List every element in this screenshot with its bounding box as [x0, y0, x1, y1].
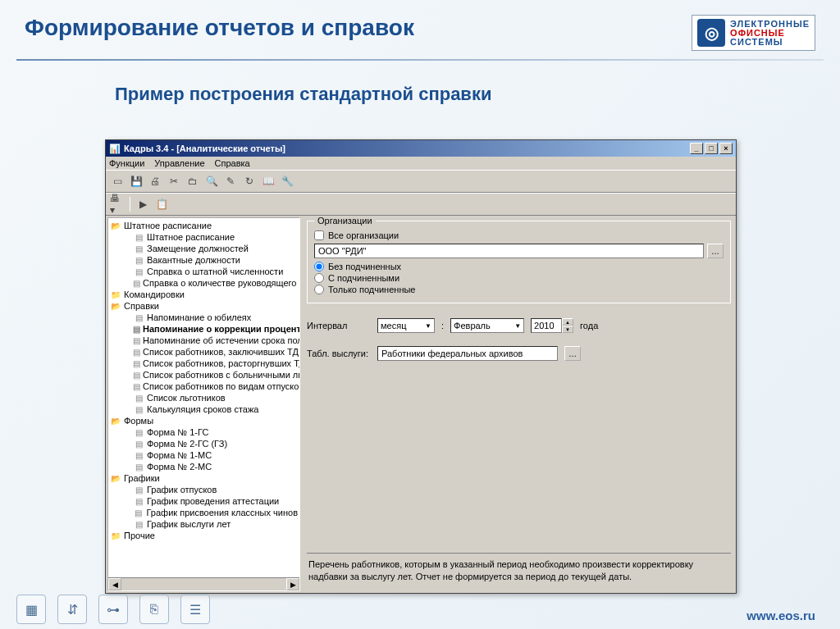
tb-cut-icon[interactable]: ✂ [166, 173, 182, 189]
radio-with-label: С подчиненными [328, 273, 399, 283]
radio-without-label: Без подчиненных [328, 262, 401, 271]
tb-edit-icon[interactable]: ✎ [222, 173, 239, 189]
tb-print-icon[interactable]: 🖨 [147, 173, 163, 189]
tb-run-icon[interactable]: ▶ [135, 196, 151, 212]
month-select[interactable]: Февраль▼ [450, 318, 524, 333]
close-button[interactable]: × [719, 143, 733, 154]
all-orgs-label: Все организации [328, 230, 399, 240]
radio-only-label: Только подчиненные [328, 285, 416, 294]
logo-icon: ◎ [697, 19, 725, 47]
tree-item[interactable]: ▤Форма № 1-МС [110, 449, 298, 461]
tree-item[interactable]: ▤Список работников с больничными листа [110, 369, 298, 381]
tb-card-icon[interactable]: ▭ [109, 173, 126, 189]
footer-icon-4: ⎘ [139, 595, 169, 624]
tree-folder-trips[interactable]: 📁Командировки [110, 289, 298, 300]
brand-logo: ◎ ЭЛЕКТРОННЫЕ ОФИСНЫЕ СИСТЕМЫ [692, 15, 815, 51]
tree-folder-refs[interactable]: 📂Справки [110, 300, 298, 312]
radio-only-sub[interactable] [314, 285, 324, 294]
report-description: Перечень работников, которым в указанный… [307, 553, 731, 588]
toolbar-secondary: 🖶 ▾ ▶ 📋 [106, 193, 736, 216]
logo-line3: СИСТЕМЫ [730, 38, 810, 47]
tree-item[interactable]: ▤Калькуляция сроков стажа [110, 403, 298, 415]
tree-item[interactable]: ▤Форма № 2-МС [110, 461, 298, 472]
tb-tool-icon[interactable]: 🔧 [279, 173, 295, 189]
menu-manage[interactable]: Управление [154, 158, 204, 168]
footer-url: www.eos.ru [746, 608, 815, 622]
maximize-button[interactable]: □ [705, 143, 718, 154]
menubar: Функции Управление Справка [106, 157, 736, 170]
toolbar-separator [130, 197, 130, 212]
menu-functions[interactable]: Функции [109, 158, 144, 168]
tree-item[interactable]: ▤График проведения аттестации [110, 495, 298, 507]
spin-up-icon[interactable]: ▲ [562, 318, 573, 326]
year-spinner[interactable]: 2010 ▲▼ [531, 318, 573, 333]
app-window: 📊 Кадры 3.4 - [Аналитические отчеты] _ □… [105, 139, 737, 594]
logo-line1: ЭЛЕКТРОННЫЕ [730, 20, 810, 29]
footer-icon-2: ⇵ [57, 595, 87, 624]
tree-item[interactable]: ▤Справка о количестве руководящего сос [110, 277, 298, 289]
slide-subtitle: Пример построения стандартной справки [115, 84, 840, 105]
tree-folder-forms[interactable]: 📂Формы [110, 415, 298, 426]
all-orgs-checkbox[interactable] [314, 230, 324, 240]
tree-item[interactable]: ▤Штатное расписание [110, 231, 298, 243]
organizations-group: Организации Все организации ООО "РДИ" … … [307, 221, 731, 303]
slide-title: Формирование отчетов и справок [25, 15, 414, 41]
group-title: Организации [314, 216, 376, 226]
interval-label: Интервал [307, 321, 371, 330]
minimize-button[interactable]: _ [690, 143, 703, 154]
tree-item[interactable]: ▤Замещение должностей [110, 243, 298, 254]
tb-book-icon[interactable]: 📖 [260, 173, 276, 189]
tree-item[interactable]: ▤Список льготников [110, 392, 298, 403]
footer-icon-5: ☰ [180, 595, 210, 624]
tree-item[interactable]: ▤График присвоения классных чинов [110, 507, 298, 518]
tree-item[interactable]: ▤Напоминание об истечении срока полном [110, 335, 298, 346]
header-divider [16, 59, 824, 61]
footer-icon-3: ⊶ [98, 595, 128, 624]
spin-down-icon[interactable]: ▼ [562, 326, 573, 333]
tree-item[interactable]: ▤Напоминание о юбилеях [110, 312, 298, 323]
tree-item[interactable]: ▤Форма № 1-ГС [110, 426, 298, 438]
tb-printer-icon[interactable]: 🖶 ▾ [109, 196, 126, 212]
tree-folder-charts[interactable]: 📂Графики [110, 472, 298, 484]
tree-item-selected[interactable]: ▤Напоминание о коррекции процента [110, 323, 298, 335]
app-icon: 📊 [109, 144, 121, 154]
tree-item[interactable]: ▤График отпусков [110, 484, 298, 495]
colon: : [441, 321, 444, 330]
toolbar-main: ▭ 💾 🖨 ✂ 🗀 🔍 ✎ ↻ 📖 🔧 [106, 170, 736, 193]
tb-folder-icon[interactable]: 🗀 [185, 173, 201, 189]
tree-item[interactable]: ▤Справка о штатной численности [110, 266, 298, 277]
tree-item[interactable]: ▤Форма № 2-ГС (ГЗ) [110, 438, 298, 449]
parameters-panel: Организации Все организации ООО "РДИ" … … [302, 216, 736, 593]
footer-icons: ▦ ⇵ ⊶ ⎘ ☰ [16, 595, 210, 624]
tree-item[interactable]: ▤Список работников по видам отпусков [110, 381, 298, 392]
tb-save-icon[interactable]: 💾 [128, 173, 144, 189]
radio-without-sub[interactable] [314, 262, 324, 271]
tree-hscrollbar[interactable]: ◀ ▶ [108, 577, 299, 590]
scroll-right-icon[interactable]: ▶ [286, 578, 299, 590]
tb-copy-icon[interactable]: 📋 [153, 196, 170, 212]
tree-item[interactable]: ▤Вакантные должности [110, 254, 298, 266]
tree-item[interactable]: ▤График выслуги лет [110, 518, 298, 530]
window-title: Кадры 3.4 - [Аналитические отчеты] [124, 144, 285, 153]
menu-help[interactable]: Справка [215, 158, 250, 168]
logo-line2: ОФИСНЫЕ [730, 29, 810, 38]
table-label: Табл. выслуги: [307, 349, 371, 358]
titlebar[interactable]: 📊 Кадры 3.4 - [Аналитические отчеты] _ □… [106, 140, 736, 157]
year-suffix: года [580, 321, 598, 330]
tree-folder-other[interactable]: 📁Прочие [110, 530, 298, 541]
interval-unit-select[interactable]: месяц▼ [377, 318, 435, 333]
tb-refresh-icon[interactable]: ↻ [241, 173, 258, 189]
report-tree[interactable]: 📂Штатное расписание ▤Штатное расписание … [107, 217, 300, 591]
tree-folder-staffing[interactable]: 📂Штатное расписание [110, 220, 298, 231]
seniority-table-input[interactable]: Работники федеральных архивов [377, 346, 558, 361]
footer-icon-1: ▦ [16, 595, 46, 624]
scroll-left-icon[interactable]: ◀ [108, 578, 121, 590]
org-browse-button[interactable]: … [707, 244, 724, 258]
radio-with-sub[interactable] [314, 273, 324, 283]
org-input[interactable]: ООО "РДИ" [314, 244, 704, 258]
tree-item[interactable]: ▤Список работников, заключивших ТД [110, 346, 298, 358]
tb-search-icon[interactable]: 🔍 [203, 173, 220, 189]
table-browse-button[interactable]: … [564, 346, 581, 361]
tree-item[interactable]: ▤Список работников, расторгнувших ТД [110, 358, 298, 369]
